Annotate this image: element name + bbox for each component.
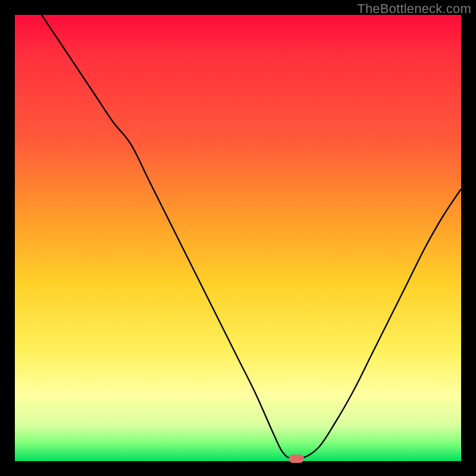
chart-frame: TheBottleneck.com [0,0,476,476]
plot-area [15,15,461,461]
optimal-marker [289,455,304,463]
bottleneck-curve [15,15,461,461]
curve-path [42,15,461,460]
